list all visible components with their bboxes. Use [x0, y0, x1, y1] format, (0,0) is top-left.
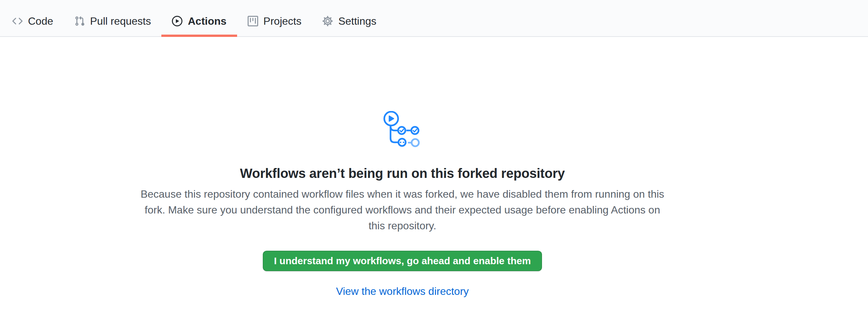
- enable-workflows-button[interactable]: I understand my workflows, go ahead and …: [263, 251, 542, 271]
- view-workflows-directory-link[interactable]: View the workflows directory: [336, 285, 469, 298]
- blankslate: Workflows aren’t being run on this forke…: [132, 37, 673, 298]
- tab-label: Actions: [188, 16, 226, 26]
- blankslate-description: Because this repository contained workfl…: [135, 186, 670, 234]
- tab-label: Code: [28, 16, 53, 26]
- tab-projects[interactable]: Projects: [237, 0, 312, 36]
- play-icon: [172, 16, 182, 26]
- pull-request-icon: [74, 16, 85, 26]
- actions-disabled-panel: Workflows aren’t being run on this forke…: [0, 37, 868, 298]
- code-icon: [12, 16, 23, 26]
- tab-label: Pull requests: [90, 16, 151, 26]
- tab-code[interactable]: Code: [2, 0, 64, 36]
- gear-icon: [322, 16, 333, 26]
- repo-tab-nav: Code Pull requests Actions Projects: [0, 0, 868, 37]
- project-icon: [248, 16, 258, 26]
- tab-settings[interactable]: Settings: [312, 0, 387, 36]
- blankslate-heading: Workflows aren’t being run on this forke…: [240, 165, 565, 182]
- tab-pull-requests[interactable]: Pull requests: [64, 0, 162, 36]
- workflow-graph-icon: [383, 111, 422, 149]
- tab-label: Settings: [338, 16, 376, 26]
- tab-label: Projects: [264, 16, 302, 26]
- tab-actions[interactable]: Actions: [161, 0, 237, 36]
